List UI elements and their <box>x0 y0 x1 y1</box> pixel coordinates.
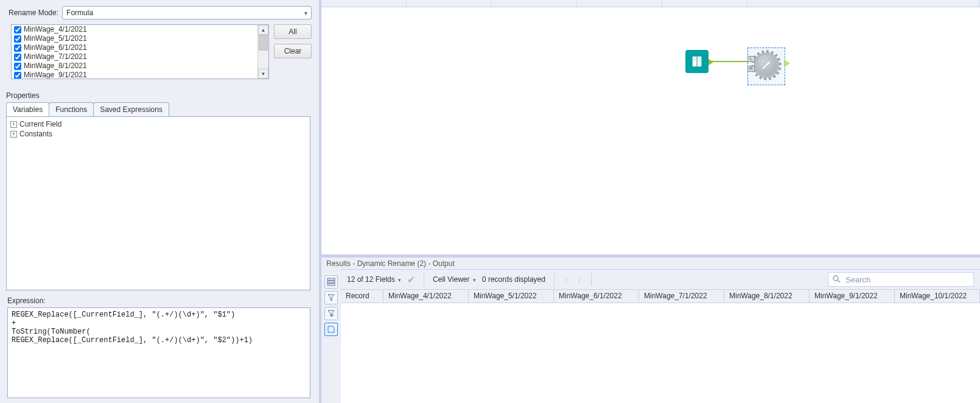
cell-viewer-menu[interactable]: Cell Viewer ▾ <box>433 275 476 284</box>
column-header[interactable]: MinWage_5/1/2022 <box>469 290 554 303</box>
fields-summary[interactable]: 12 of 12 Fields ▾ <box>347 275 401 284</box>
field-checklist-item[interactable]: MinWage_9/1/2021 <box>12 71 257 79</box>
field-label: MinWage_4/1/2021 <box>24 25 87 34</box>
output-anchor-icon[interactable] <box>784 60 790 67</box>
svg-rect-1 <box>693 60 696 60</box>
field-checklist-item[interactable]: MinWage_4/1/2021 <box>12 25 257 34</box>
rename-mode-value: Formula <box>66 9 93 17</box>
rename-mode-label: Rename Mode: <box>9 9 58 17</box>
results-toolbar: 12 of 12 Fields ▾ ✔ Cell Viewer ▾ 0 reco… <box>341 269 980 290</box>
chevron-down-icon[interactable]: ▾ <box>398 277 401 283</box>
all-button[interactable]: All <box>274 24 312 39</box>
svg-point-8 <box>833 276 838 281</box>
field-checkbox[interactable] <box>14 26 21 33</box>
tab-variables[interactable]: Variables <box>6 102 49 116</box>
field-label: MinWage_6/1/2021 <box>24 43 87 52</box>
field-label: MinWage_9/1/2021 <box>24 71 87 79</box>
arrow-down-icon[interactable]: ↓ <box>576 275 583 284</box>
expression-label: Expression: <box>2 290 314 307</box>
rows-icon[interactable] <box>324 275 338 289</box>
search-input[interactable] <box>844 275 970 285</box>
field-checkbox[interactable] <box>14 54 21 61</box>
pencil-icon <box>761 60 772 71</box>
field-checklist-item[interactable]: MinWage_8/1/2021 <box>12 61 257 71</box>
svg-text:R: R <box>331 314 334 317</box>
variables-tree[interactable]: + Current Field + Constants <box>6 116 310 290</box>
field-checklist-item[interactable]: MinWage_7/1/2021 <box>12 52 257 61</box>
column-header[interactable]: MinWage_8/1/2022 <box>724 290 810 303</box>
column-header[interactable]: MinWage_7/1/2022 <box>639 290 724 303</box>
tab-saved-expressions[interactable]: Saved Expressions <box>93 102 169 116</box>
field-checkbox[interactable] <box>14 44 21 52</box>
filter-l-icon[interactable] <box>324 291 338 304</box>
svg-rect-6 <box>327 284 335 286</box>
results-grid-body[interactable] <box>341 303 980 403</box>
check-icon[interactable]: ✔ <box>407 274 415 286</box>
field-checklist[interactable]: MinWage_4/1/2021MinWage_5/1/2021MinWage_… <box>11 24 269 79</box>
workflow-canvas[interactable]: L R <box>321 7 980 257</box>
fields-summary-text: 12 of 12 Fields <box>347 275 395 284</box>
input-anchor-l[interactable]: L <box>747 56 755 62</box>
column-header[interactable]: MinWage_6/1/2022 <box>554 290 639 303</box>
tree-item-current-field[interactable]: + Current Field <box>10 119 306 129</box>
expression-editor[interactable]: REGEX_Replace([_CurrentField_], "(.+/)(\… <box>7 307 310 398</box>
field-list-scrollbar[interactable]: ▲ ▼ <box>257 25 268 79</box>
results-side-toolbar: R <box>321 269 341 403</box>
svg-rect-5 <box>327 281 335 283</box>
scroll-thumb[interactable] <box>259 35 268 51</box>
svg-rect-0 <box>693 58 696 59</box>
field-checkbox[interactable] <box>14 63 21 70</box>
results-grid-header: RecordMinWage_4/1/2022MinWage_5/1/2022Mi… <box>341 290 980 303</box>
rename-mode-select[interactable]: Formula ▾ <box>62 6 312 19</box>
tree-item-label: Current Field <box>19 120 61 128</box>
scroll-down-icon[interactable]: ▼ <box>258 69 268 79</box>
field-checkbox[interactable] <box>14 35 21 43</box>
column-header[interactable]: MinWage_9/1/2022 <box>810 290 895 303</box>
tree-item-constants[interactable]: + Constants <box>10 129 306 139</box>
connection-wire <box>710 61 747 62</box>
column-header[interactable]: Record <box>341 290 383 303</box>
book-icon <box>690 55 704 68</box>
field-checklist-item[interactable]: MinWage_6/1/2021 <box>12 43 257 52</box>
metadata-icon[interactable] <box>324 323 338 336</box>
svg-rect-4 <box>327 278 335 280</box>
tree-item-label: Constants <box>19 130 52 138</box>
expand-icon[interactable]: + <box>10 131 17 138</box>
dynamic-rename-tool[interactable] <box>754 52 779 78</box>
output-anchor-icon[interactable] <box>709 59 713 65</box>
svg-rect-3 <box>698 60 701 60</box>
expand-icon[interactable]: + <box>10 121 17 128</box>
chevron-down-icon: ▾ <box>304 10 307 16</box>
column-header[interactable]: MinWage_10/1/2022 <box>895 290 980 303</box>
svg-rect-2 <box>698 58 701 59</box>
filter-r-icon[interactable]: R <box>324 307 338 320</box>
field-label: MinWage_5/1/2021 <box>24 34 87 43</box>
records-displayed: 0 records displayed <box>482 275 545 284</box>
input-anchor-r[interactable]: R <box>747 66 755 72</box>
field-checklist-item[interactable]: MinWage_5/1/2021 <box>12 34 257 43</box>
field-label: MinWage_7/1/2021 <box>24 52 87 61</box>
toolbar-strip <box>321 0 980 7</box>
column-header[interactable]: MinWage_4/1/2022 <box>383 290 469 303</box>
properties-label: Properties <box>2 79 314 102</box>
field-label: MinWage_8/1/2021 <box>24 61 87 71</box>
scroll-up-icon[interactable]: ▲ <box>258 25 268 35</box>
chevron-down-icon[interactable]: ▾ <box>473 277 476 283</box>
svg-line-9 <box>838 280 840 282</box>
arrow-up-icon[interactable]: ↑ <box>563 275 570 284</box>
results-title: Results - Dynamic Rename (2) - Output <box>321 257 980 269</box>
clear-button[interactable]: Clear <box>274 44 312 58</box>
cell-viewer-label: Cell Viewer <box>433 275 469 284</box>
config-panel: Rename Mode: Formula ▾ MinWage_4/1/2021M… <box>0 0 321 403</box>
search-box[interactable] <box>828 272 974 287</box>
field-checkbox[interactable] <box>14 72 21 79</box>
text-input-tool[interactable] <box>685 50 709 73</box>
tab-functions[interactable]: Functions <box>49 102 94 116</box>
search-icon <box>832 275 841 285</box>
